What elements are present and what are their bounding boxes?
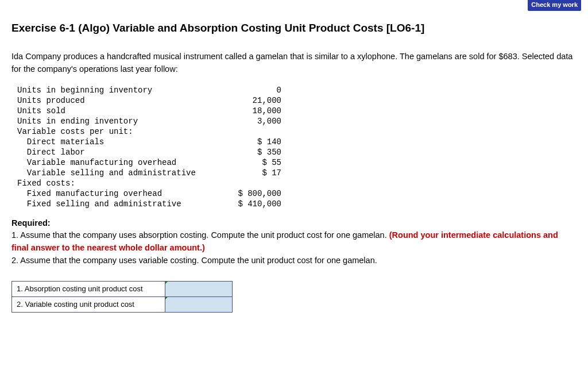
- data-label: Direct materials: [17, 137, 224, 147]
- data-value: 3,000: [224, 116, 281, 126]
- check-my-work-button[interactable]: Check my work: [528, 0, 581, 11]
- answer-row-1-label: 1. Absorption costing unit product cost: [12, 281, 165, 296]
- data-value: [224, 126, 281, 137]
- data-value: [224, 178, 281, 188]
- data-value: $ 55: [224, 157, 281, 168]
- data-label: Units sold: [17, 106, 224, 116]
- data-value: $ 140: [224, 137, 281, 147]
- data-value: 0: [224, 85, 281, 95]
- data-value: 21,000: [224, 95, 281, 106]
- data-value: $ 350: [224, 147, 281, 157]
- data-label: Fixed costs:: [17, 178, 224, 188]
- data-value: 18,000: [224, 106, 281, 116]
- data-table: Units in beginning inventory0 Units prod…: [17, 85, 577, 209]
- data-label: Variable costs per unit:: [17, 126, 224, 137]
- data-label: Fixed manufacturing overhead: [17, 188, 224, 199]
- required-heading: Required:: [11, 218, 51, 228]
- variable-cost-input[interactable]: [165, 296, 233, 312]
- data-label: Variable selling and administrative: [17, 168, 224, 178]
- data-value: $ 17: [224, 168, 281, 178]
- answer-table: 1. Absorption costing unit product cost …: [11, 281, 233, 313]
- data-label: Units in ending inventory: [17, 116, 224, 126]
- data-label: Units in beginning inventory: [17, 85, 224, 95]
- data-label: Units produced: [17, 95, 224, 106]
- requirement-2-text: 2. Assume that the company uses variable…: [11, 256, 377, 265]
- exercise-title: Exercise 6-1 (Algo) Variable and Absorpt…: [11, 22, 577, 34]
- data-label: Variable manufacturing overhead: [17, 157, 224, 168]
- data-label: Direct labor: [17, 147, 224, 157]
- requirement-1-text: 1. Assume that the company uses absorpti…: [11, 230, 389, 240]
- answer-row-2-label: 2. Variable costing unit product cost: [12, 296, 165, 312]
- data-value: $ 410,000: [224, 199, 281, 209]
- data-label: Fixed selling and administrative: [17, 199, 224, 209]
- intro-text: Ida Company produces a handcrafted music…: [11, 51, 577, 76]
- absorption-cost-input[interactable]: [165, 281, 233, 296]
- data-value: $ 800,000: [224, 188, 281, 199]
